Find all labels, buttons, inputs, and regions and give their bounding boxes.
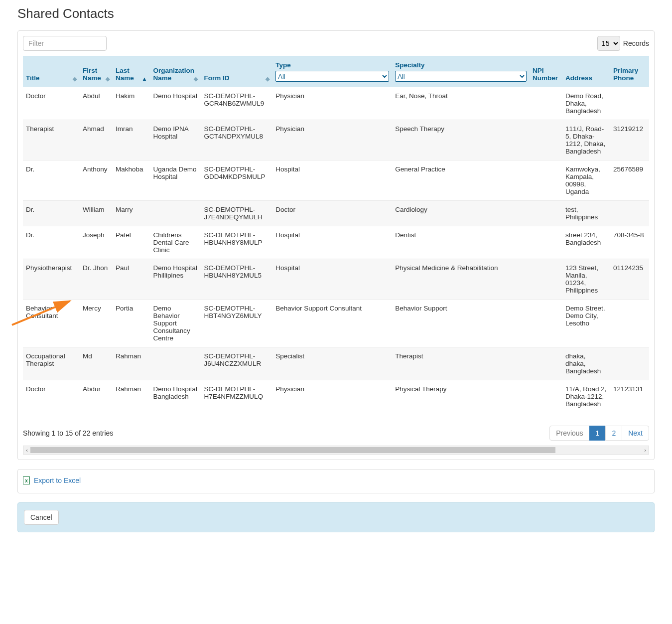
page-title: Shared Contacts [17, 6, 655, 21]
cell-form_id: SC-DEMOTPHL-J6U4NCZZXMULR [201, 347, 272, 380]
table-row[interactable]: TherapistAhmadImranDemo IPNA HospitalSC-… [23, 120, 649, 160]
sort-icon: ◆ [106, 76, 110, 82]
cell-org [150, 347, 201, 380]
table-row[interactable]: PhysiotherapistDr. JhonPaulDemo Hospital… [23, 259, 649, 300]
cell-type: Physician [272, 380, 392, 413]
cell-title: Dr. [23, 160, 80, 201]
sort-asc-icon: ▲ [142, 76, 147, 82]
table-row[interactable]: Occupational TherapistMdRahmanSC-DEMOTPH… [23, 347, 649, 380]
contacts-panel: 15 Records Title◆ First Name◆ Last Name▲… [17, 30, 655, 460]
table-row[interactable]: Dr.JosephPatelChildrens Dental Care Clin… [23, 226, 649, 259]
col-header-phone[interactable]: Primary Phone [610, 56, 649, 87]
scroll-right-icon[interactable]: › [642, 447, 649, 453]
contacts-table: Title◆ First Name◆ Last Name▲ Organizati… [23, 56, 649, 413]
cell-npi [530, 226, 562, 259]
filter-input[interactable] [23, 36, 107, 51]
cell-phone: 12123131 [610, 380, 649, 413]
cell-address: street 234, Bangladesh [562, 226, 610, 259]
table-row[interactable]: Behavior ConsultantMercyPortiaDemo Behav… [23, 300, 649, 347]
cell-org: Demo Hospital [150, 87, 201, 120]
cell-phone [610, 347, 649, 380]
export-panel: x Export to Excel [17, 469, 655, 493]
cell-first_name: Dr. Jhon [80, 259, 113, 300]
col-header-first-name[interactable]: First Name◆ [80, 56, 113, 87]
col-header-type[interactable]: Type All [272, 56, 392, 87]
cell-last_name: Rahman [113, 347, 150, 380]
cell-specialty: Physical Medicine & Rehabilitation [392, 259, 530, 300]
cell-address: Demo Road, Dhaka, Bangladesh [562, 87, 610, 120]
cell-npi [530, 300, 562, 347]
cell-first_name: Abdul [80, 87, 113, 120]
col-header-title[interactable]: Title◆ [23, 56, 80, 87]
type-filter-select[interactable]: All [275, 71, 389, 82]
table-row[interactable]: DoctorAbdulHakimDemo HospitalSC-DEMOTPHL… [23, 87, 649, 120]
cell-specialty: Ear, Nose, Throat [392, 87, 530, 120]
scrollbar-thumb[interactable] [30, 447, 555, 453]
cell-title: Dr. [23, 226, 80, 259]
cell-last_name: Imran [113, 120, 150, 160]
cell-form_id: SC-DEMOTPHL-HBU4NH8Y2MUL5 [201, 259, 272, 300]
pagination: Previous 1 2 Next [549, 426, 649, 441]
cell-type: Specialist [272, 347, 392, 380]
cell-last_name: Marry [113, 201, 150, 226]
table-row[interactable]: Dr.AnthonyMakhobaUganda Demo HospitalSC-… [23, 160, 649, 201]
cell-phone: 31219212 [610, 120, 649, 160]
cell-npi [530, 160, 562, 201]
cell-first_name: Md [80, 347, 113, 380]
cell-form_id: SC-DEMOTPHL-GDD4MKDPSMULP [201, 160, 272, 201]
col-header-npi[interactable]: NPI Number [530, 56, 562, 87]
cell-address: 11/A, Road 2, Dhaka-1212, Bangladesh [562, 380, 610, 413]
records-per-page-select[interactable]: 15 [597, 36, 620, 51]
cell-first_name: Joseph [80, 226, 113, 259]
cell-org: Demo Hospital Phillipines [150, 259, 201, 300]
cell-npi [530, 259, 562, 300]
cell-address: 111/J, Road-5, Dhaka-1212, Dhaka, Bangla… [562, 120, 610, 160]
page-1-button[interactable]: 1 [589, 426, 606, 441]
cell-first_name: William [80, 201, 113, 226]
cell-form_id: SC-DEMOTPHL-HBU4NH8Y8MULP [201, 226, 272, 259]
previous-button[interactable]: Previous [549, 426, 589, 441]
col-header-address[interactable]: Address [562, 56, 610, 87]
cell-specialty: General Practice [392, 160, 530, 201]
cell-npi [530, 380, 562, 413]
cell-address: 123 Street, Manila, 01234, Philippines [562, 259, 610, 300]
col-header-organization[interactable]: Organization Name◆ [150, 56, 201, 87]
export-excel-link[interactable]: x Export to Excel [23, 476, 81, 484]
next-button[interactable]: Next [622, 426, 649, 441]
cell-npi [530, 120, 562, 160]
cell-org: Demo IPNA Hospital [150, 120, 201, 160]
scroll-left-icon[interactable]: ‹ [23, 447, 30, 453]
specialty-filter-select[interactable]: All [395, 71, 527, 82]
cell-last_name: Patel [113, 226, 150, 259]
cell-last_name: Rahman [113, 380, 150, 413]
cell-last_name: Makhoba [113, 160, 150, 201]
cell-specialty: Behavior Support [392, 300, 530, 347]
cell-address: Kamwokya, Kampala, 00998, Uganda [562, 160, 610, 201]
footer-panel: Cancel [17, 502, 655, 532]
cell-address: dhaka, dhaka, Bangladesh [562, 347, 610, 380]
cell-type: Behavior Support Consultant [272, 300, 392, 347]
horizontal-scrollbar[interactable]: ‹ › [23, 446, 649, 455]
page-2-button[interactable]: 2 [605, 426, 622, 441]
col-header-last-name[interactable]: Last Name▲ [113, 56, 150, 87]
entries-info: Showing 1 to 15 of 22 entries [23, 429, 113, 437]
cell-form_id: SC-DEMOTPHL-GCT4NDPXYMUL8 [201, 120, 272, 160]
cell-specialty: Speech Therapy [392, 120, 530, 160]
excel-icon: x [23, 476, 30, 484]
col-header-form-id[interactable]: Form ID◆ [201, 56, 272, 87]
cell-org [150, 201, 201, 226]
col-header-specialty[interactable]: Specialty All [392, 56, 530, 87]
cell-phone [610, 300, 649, 347]
cell-first_name: Abdur [80, 380, 113, 413]
cell-org: Demo Hospital Bangladesh [150, 380, 201, 413]
cell-phone [610, 201, 649, 226]
table-row[interactable]: DoctorAbdurRahmanDemo Hospital Banglades… [23, 380, 649, 413]
cell-npi [530, 347, 562, 380]
sort-icon: ◆ [194, 76, 198, 82]
cell-form_id: SC-DEMOTPHL-J7E4NDEQYMULH [201, 201, 272, 226]
cancel-button[interactable]: Cancel [24, 510, 59, 525]
cell-address: Demo Street, Demo City, Lesotho [562, 300, 610, 347]
cell-type: Hospital [272, 226, 392, 259]
cell-specialty: Therapist [392, 347, 530, 380]
table-row[interactable]: Dr.WilliamMarrySC-DEMOTPHL-J7E4NDEQYMULH… [23, 201, 649, 226]
